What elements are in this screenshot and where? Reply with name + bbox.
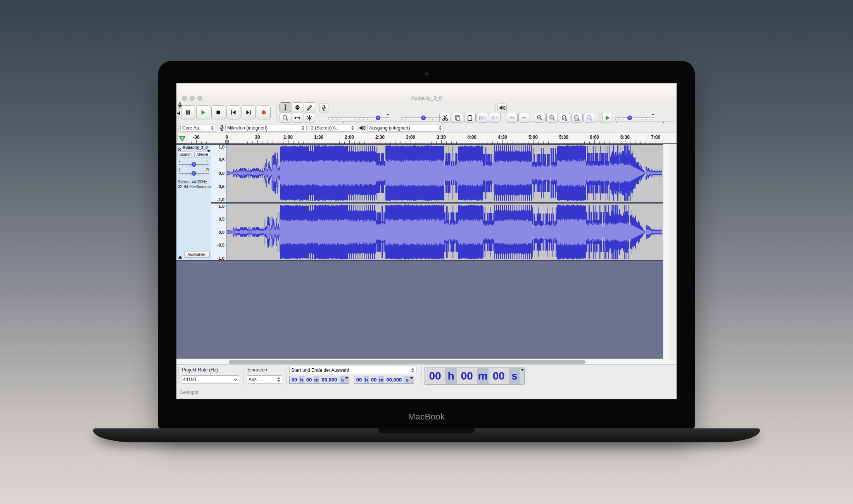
empty-project-canvas (176, 261, 663, 359)
ruler-minor-tick (319, 142, 319, 143)
multi-tool-button[interactable] (304, 113, 315, 123)
time-digits[interactable]: 00 (369, 376, 378, 383)
ruler-minor-tick (528, 142, 528, 143)
toolbar-grip[interactable] (421, 367, 422, 385)
ruler-label: 7:00 (651, 135, 660, 140)
playback-device-select[interactable]: Ausgang (integriert) (367, 124, 444, 132)
ruler-minor-tick (497, 142, 498, 143)
zoom-out-button[interactable] (546, 113, 558, 123)
paste-button[interactable] (464, 113, 476, 123)
copy-button[interactable] (452, 113, 463, 123)
skip-end-button[interactable] (242, 105, 256, 119)
toolbar-grip[interactable] (178, 124, 179, 132)
horizontal-scrollbar[interactable] (176, 359, 677, 364)
ruler-minor-tick (569, 142, 569, 143)
toolbar-grip[interactable] (178, 104, 179, 121)
ruler-minor-tick (354, 142, 355, 143)
playback-meter-button[interactable] (497, 103, 507, 112)
recording-volume-slider[interactable]: -+ (328, 114, 389, 122)
skip-start-button[interactable] (226, 105, 240, 119)
recording-meter-button[interactable] (319, 103, 328, 112)
timeline-ruler[interactable]: -300301:001:302:002:303:003:304:004:305:… (176, 133, 677, 144)
zoom-in-button[interactable] (534, 113, 546, 123)
selection-mode-select[interactable]: Start und Ende der Auswahl (289, 366, 416, 374)
zoom-selection-button[interactable] (559, 113, 570, 123)
time-unit-label: m (477, 368, 489, 384)
time-unit-label: h (364, 376, 369, 383)
vertical-scrollbar[interactable] (663, 144, 670, 359)
trim-icon (479, 114, 486, 121)
playhead-grab-handle[interactable] (225, 140, 229, 143)
pan-slider[interactable]: L R (179, 169, 209, 178)
record-button[interactable] (257, 105, 271, 119)
selection-tool-button[interactable] (280, 102, 291, 112)
amplitude-scale-label: -1,0 (217, 256, 224, 261)
mic-icon (320, 104, 327, 111)
redo-button[interactable] (518, 113, 530, 123)
ruler-label: 5:00 (528, 135, 538, 140)
time-digits[interactable]: 00 (457, 368, 477, 384)
ruler-minor-tick (298, 142, 299, 143)
selection-end-field[interactable]: 00h00m00,000s (354, 376, 414, 384)
toolbar-grip[interactable] (178, 367, 179, 385)
toolbar-grip[interactable] (599, 113, 601, 123)
time-digits[interactable]: 00,000 (384, 376, 404, 383)
envelope-tool-button[interactable] (292, 102, 303, 112)
selection-start-field[interactable]: 00h00m00,000s (289, 376, 349, 384)
waveform-right-channel[interactable] (227, 204, 663, 261)
play-speed-slider-thumb[interactable] (627, 116, 632, 120)
stop-button[interactable] (211, 105, 225, 119)
solo-button[interactable]: Alleine (194, 152, 210, 157)
time-digits[interactable]: 00,000 (319, 376, 340, 383)
zoom-toggle-button[interactable] (584, 113, 595, 123)
timeline-options-button[interactable] (177, 134, 187, 143)
ruler-minor-tick (508, 142, 508, 143)
collapse-track-button[interactable] (178, 253, 182, 260)
ruler-minor-tick (206, 142, 207, 143)
silence-button[interactable] (489, 113, 501, 123)
desktop-background: Audacity_3_0 LR-54-48-12-60Klicken um Üb… (0, 0, 853, 504)
recording-channels-select[interactable]: 2 (Stereo) A... (309, 124, 356, 132)
time-digits[interactable]: 00 (425, 368, 445, 384)
undo-button[interactable] (506, 113, 518, 123)
track-name[interactable]: Audacity_3_0 (183, 145, 207, 150)
play-at-speed-button[interactable] (602, 113, 613, 123)
time-digits[interactable]: 00 (489, 368, 509, 384)
mute-button[interactable]: Stumm (178, 152, 193, 157)
trim-button[interactable] (477, 113, 488, 123)
play-button[interactable] (196, 105, 210, 119)
mic-icon (218, 124, 225, 131)
audio-host-select[interactable]: Core Au... (180, 124, 216, 132)
ruler-label: 6:00 (590, 135, 599, 140)
horizontal-scrollbar-thumb[interactable] (229, 360, 585, 364)
ruler-label: 3:30 (437, 135, 446, 140)
snap-select[interactable]: Aus (247, 375, 282, 384)
track-select-button[interactable]: Auswählen (184, 252, 210, 258)
pan-slider-thumb[interactable] (192, 171, 196, 176)
recording-device-select[interactable]: Mikrofon (integriert) (225, 124, 307, 132)
ruler-minor-tick (518, 142, 518, 143)
ruler-minor-tick (380, 142, 380, 143)
play-speed-slider[interactable]: -+ (615, 114, 654, 122)
time-format-dropdown[interactable] (345, 376, 349, 383)
channel-divider (211, 202, 663, 204)
audio-position-field[interactable]: 00h00m00s (425, 368, 525, 385)
time-digits[interactable]: 00 (290, 376, 299, 383)
timeshift-tool-button[interactable] (292, 113, 303, 123)
pause-button[interactable] (181, 105, 195, 119)
time-digits[interactable]: 00 (354, 376, 364, 383)
ruler-minor-tick (288, 142, 288, 143)
project-rate-select[interactable]: 44100 (181, 375, 239, 384)
ruler-minor-tick (436, 142, 437, 143)
gain-slider-thumb[interactable] (192, 162, 196, 167)
time-format-dropdown[interactable] (410, 376, 414, 383)
waveform-left-channel[interactable] (227, 144, 663, 202)
cut-button[interactable] (439, 113, 451, 123)
zoom-fit-button[interactable] (571, 113, 583, 123)
time-digits[interactable]: 00 (304, 376, 314, 383)
draw-tool-button[interactable] (304, 102, 315, 112)
gain-slider[interactable]: - + (179, 160, 209, 169)
updown-chevron-icon (301, 125, 305, 131)
ruler-minor-tick (620, 142, 620, 143)
zoom-tool-button[interactable] (280, 113, 291, 123)
